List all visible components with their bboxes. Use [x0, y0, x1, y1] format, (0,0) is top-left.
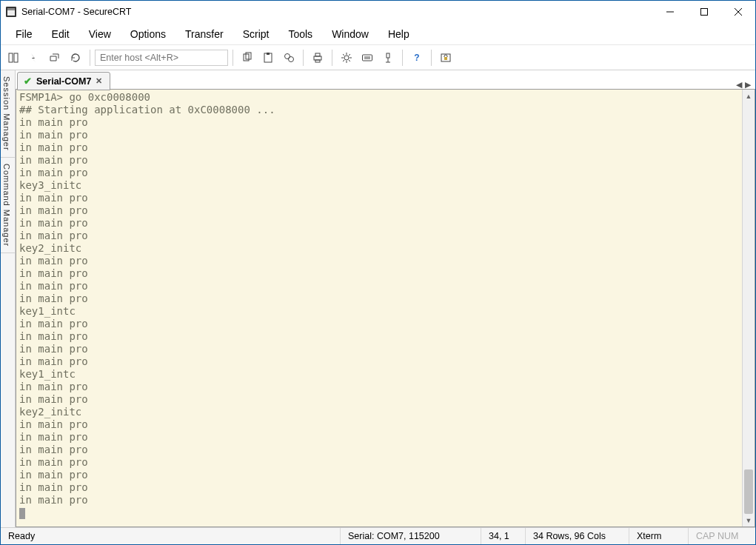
svg-rect-16 [315, 53, 320, 56]
session-manager-button[interactable] [4, 48, 23, 67]
toolbar-separator [233, 50, 233, 66]
svg-rect-35 [444, 57, 447, 60]
svg-text:?: ? [414, 53, 419, 63]
scroll-down-icon[interactable]: ▼ [743, 514, 755, 526]
toolbar-separator [332, 50, 332, 66]
svg-rect-8 [14, 53, 18, 62]
status-size: 34 Rows, 96 Cols [526, 528, 629, 544]
session-options-button[interactable] [337, 48, 356, 67]
close-button[interactable] [721, 1, 755, 23]
svg-line-24 [349, 60, 350, 61]
window-title: Serial-COM7 - SecureCRT [21, 7, 131, 17]
terminal-scrollbar[interactable]: ▲ ▼ [742, 90, 755, 526]
svg-line-23 [343, 54, 344, 56]
app-icon [5, 6, 17, 18]
side-tab-command-manager[interactable]: Command Manager [1, 158, 15, 253]
terminal[interactable]: FSMP1A> go 0xc0008000 ## Starting applic… [16, 90, 742, 526]
toolbar-separator [431, 50, 432, 66]
main-area: ✔ Serial-COM7 ✕ ◀ ▶ FSMP1A> go 0xc000800… [16, 70, 755, 527]
svg-rect-7 [9, 53, 13, 62]
menu-edit[interactable]: Edit [43, 25, 78, 43]
svg-rect-2 [7, 8, 15, 10]
status-connection: Serial: COM7, 115200 [341, 528, 481, 544]
svg-point-18 [344, 56, 349, 60]
copy-button[interactable] [238, 48, 257, 67]
svg-rect-15 [314, 56, 321, 60]
toolbar-separator [90, 50, 90, 66]
svg-point-13 [285, 53, 290, 58]
status-ready: Ready [1, 528, 341, 544]
title-bar: Serial-COM7 - SecureCRT [1, 1, 755, 23]
close-tab-icon[interactable]: ✕ [96, 76, 102, 86]
button-bar-button[interactable] [378, 48, 398, 67]
paste-button[interactable] [258, 48, 278, 67]
menu-transfer[interactable]: Transfer [176, 25, 233, 43]
terminal-cursor [19, 508, 25, 519]
connected-check-icon: ✔ [24, 76, 32, 87]
menu-view[interactable]: View [80, 25, 120, 43]
maximize-button[interactable] [687, 1, 721, 23]
status-bar: Ready Serial: COM7, 115200 34, 1 34 Rows… [1, 528, 755, 544]
session-tab-label: Serial-COM7 [36, 76, 91, 87]
menu-script[interactable]: Script [234, 25, 278, 43]
menu-window[interactable]: Window [323, 25, 378, 43]
status-capsnum: CAP NUM [689, 528, 755, 544]
status-emulation: Xterm [629, 528, 689, 544]
svg-rect-17 [315, 60, 320, 62]
svg-rect-12 [267, 53, 270, 55]
svg-rect-30 [387, 53, 389, 58]
svg-line-26 [349, 54, 350, 56]
find-button[interactable] [279, 48, 298, 67]
minimize-button[interactable] [653, 1, 687, 23]
status-cursor-pos: 34, 1 [481, 528, 526, 544]
workspace: Session Manager Command Manager ✔ Serial… [1, 70, 755, 528]
svg-rect-4 [701, 9, 708, 16]
session-tab-strip: ✔ Serial-COM7 ✕ ◀ ▶ [16, 70, 755, 90]
toolbar: ? [1, 45, 755, 70]
toolbar-separator [303, 50, 304, 66]
connect-tab-button[interactable] [45, 48, 64, 67]
side-tab-strip: Session Manager Command Manager [1, 70, 16, 527]
session-tab[interactable]: ✔ Serial-COM7 ✕ [17, 72, 110, 90]
menu-bar: File Edit View Options Transfer Script T… [1, 23, 755, 45]
help-button[interactable]: ? [407, 48, 426, 67]
svg-line-25 [343, 60, 344, 61]
menu-help[interactable]: Help [379, 25, 418, 43]
toolbar-separator [402, 50, 403, 66]
scroll-track[interactable] [743, 102, 755, 514]
terminal-container: FSMP1A> go 0xc0008000 ## Starting applic… [16, 90, 755, 527]
svg-point-14 [289, 56, 294, 61]
scroll-thumb[interactable] [744, 469, 753, 514]
menu-file[interactable]: File [7, 25, 41, 43]
svg-rect-27 [363, 55, 372, 61]
quick-connect-button[interactable] [24, 48, 44, 67]
menu-tools[interactable]: Tools [279, 25, 321, 43]
scroll-up-icon[interactable]: ▲ [743, 90, 755, 102]
side-tab-session-manager[interactable]: Session Manager [1, 70, 15, 158]
print-button[interactable] [308, 48, 327, 67]
keyboard-button[interactable] [358, 48, 377, 67]
host-input[interactable] [95, 50, 228, 66]
reconnect-button[interactable] [66, 48, 85, 67]
lock-session-button[interactable] [436, 48, 455, 67]
menu-options[interactable]: Options [121, 25, 175, 43]
